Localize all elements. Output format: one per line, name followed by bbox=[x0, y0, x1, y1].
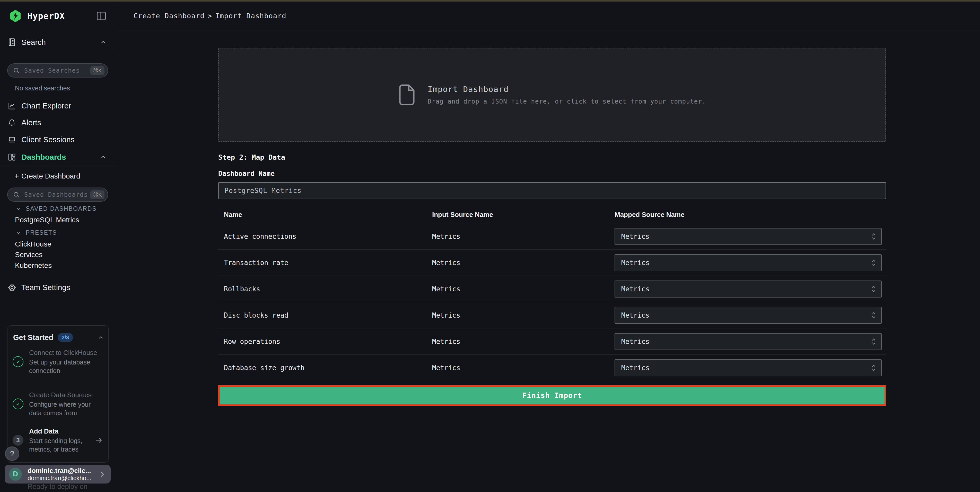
table-row: Disc blocks read Metrics Metrics bbox=[218, 302, 886, 328]
sidebar-item-label: Chart Explorer bbox=[21, 102, 71, 110]
task-title: Add Data bbox=[29, 427, 98, 436]
chevron-down-icon bbox=[16, 206, 22, 212]
get-started-title: Get Started bbox=[13, 333, 53, 342]
sidebar-item-services[interactable]: Services bbox=[15, 251, 43, 259]
table-row: Row operations Metrics Metrics bbox=[218, 328, 886, 355]
presets-section-header[interactable]: PRESETS bbox=[16, 229, 57, 236]
step-number-circle: 3 bbox=[13, 435, 24, 446]
app-root: HyperDX Search Saved Searches ⌘K No save… bbox=[0, 0, 980, 492]
sidebar-item-label: Alerts bbox=[21, 118, 41, 127]
preset-link-label: Kubernetes bbox=[15, 262, 52, 270]
avatar: D bbox=[9, 468, 22, 481]
plus-icon: + bbox=[14, 172, 19, 181]
select-value: Metrics bbox=[621, 285, 649, 293]
search-icon bbox=[13, 67, 20, 74]
chart-line-icon bbox=[7, 102, 16, 110]
row-input-source: Metrics bbox=[432, 364, 614, 372]
gear-icon bbox=[7, 283, 16, 292]
journal-icon bbox=[7, 38, 16, 46]
json-dropzone[interactable]: Import Dashboard Drag and drop a JSON fi… bbox=[218, 48, 886, 142]
row-input-source: Metrics bbox=[432, 233, 614, 240]
step-label: Step 2: Map Data bbox=[218, 153, 886, 162]
row-name: Row operations bbox=[218, 338, 432, 345]
mapped-source-select[interactable]: Metrics bbox=[614, 254, 882, 271]
shortcut-badge: ⌘K bbox=[90, 190, 105, 199]
sidebar-item-label: Team Settings bbox=[21, 283, 70, 292]
mapped-source-select[interactable]: Metrics bbox=[614, 281, 882, 297]
finish-import-button[interactable]: Finish Import bbox=[218, 385, 886, 406]
task-add-data[interactable]: 3 Add Data Start sending logs, metrics, … bbox=[13, 427, 105, 454]
select-chevrons-icon bbox=[871, 232, 877, 241]
row-name: Transaction rate bbox=[218, 259, 432, 267]
main-area: Create Dashboard>Import Dashboard Import… bbox=[118, 2, 980, 492]
dashboards-grid-icon bbox=[7, 153, 16, 161]
saved-searches-input[interactable]: Saved Searches ⌘K bbox=[7, 63, 108, 78]
breadcrumb-parent[interactable]: Create Dashboard bbox=[134, 12, 205, 20]
search-icon bbox=[13, 191, 20, 198]
select-chevrons-icon bbox=[871, 311, 877, 319]
row-name: Active connections bbox=[218, 233, 432, 240]
chevron-up-icon[interactable] bbox=[97, 334, 104, 341]
sidebar-item-search[interactable]: Search bbox=[0, 30, 118, 54]
sidebar-item-label: Client Sessions bbox=[21, 135, 75, 144]
saved-dashboards-placeholder: Saved Dashboards bbox=[24, 191, 88, 198]
task-title: Connect to ClickHouse bbox=[29, 348, 98, 357]
logo-row: HyperDX bbox=[0, 2, 118, 30]
get-started-header[interactable]: Get Started 2/3 bbox=[13, 332, 104, 343]
arrow-right-icon[interactable] bbox=[94, 436, 103, 445]
chevron-up-icon[interactable] bbox=[100, 153, 107, 161]
breadcrumb-separator: > bbox=[205, 12, 215, 20]
chevron-right-icon bbox=[98, 470, 106, 478]
check-circle-icon bbox=[13, 398, 24, 409]
preset-link-label: Services bbox=[15, 251, 43, 259]
saved-dashboards-section-header[interactable]: SAVED DASHBOARDS bbox=[16, 205, 97, 212]
saved-searches-placeholder: Saved Searches bbox=[24, 67, 80, 74]
mapped-source-select[interactable]: Metrics bbox=[614, 333, 882, 350]
import-dashboard-content: Import Dashboard Drag and drop a JSON fi… bbox=[218, 48, 886, 406]
select-chevrons-icon bbox=[871, 258, 877, 267]
sidebar-item-team-settings[interactable]: Team Settings bbox=[0, 279, 118, 296]
sidebar-item-client-sessions[interactable]: Client Sessions bbox=[0, 131, 118, 148]
user-menu[interactable]: D dominic.tran@clic... dominic.tran@clic… bbox=[5, 465, 111, 484]
top-accent-bar bbox=[0, 0, 980, 2]
mapped-source-select[interactable]: Metrics bbox=[614, 307, 882, 324]
task-connect-clickhouse[interactable]: Connect to ClickHouse Set up your databa… bbox=[13, 348, 105, 375]
shortcut-badge: ⌘K bbox=[90, 66, 105, 75]
row-input-source: Metrics bbox=[432, 338, 614, 345]
select-value: Metrics bbox=[621, 311, 649, 319]
sidebar-collapse-icon[interactable] bbox=[97, 11, 106, 20]
sidebar-item-chart-explorer[interactable]: Chart Explorer bbox=[0, 97, 118, 114]
column-header-name: Name bbox=[218, 211, 432, 219]
breadcrumb: Create Dashboard>Import Dashboard bbox=[134, 12, 286, 20]
dashboard-name-input[interactable] bbox=[218, 182, 886, 199]
select-chevrons-icon bbox=[871, 284, 877, 293]
row-name: Disc blocks read bbox=[218, 311, 432, 319]
create-dashboard-button[interactable]: + Create Dashboard bbox=[0, 168, 118, 184]
chevron-down-icon bbox=[16, 230, 22, 236]
user-name: dominic.tran@clic... bbox=[27, 467, 91, 474]
sidebar-item-dashboards[interactable]: Dashboards bbox=[0, 148, 118, 166]
sidebar-item-clickhouse[interactable]: ClickHouse bbox=[15, 240, 51, 248]
sidebar-item-alerts[interactable]: Alerts bbox=[0, 114, 118, 131]
dashboard-link-label: PostgreSQL Metrics bbox=[15, 216, 79, 224]
select-chevrons-icon bbox=[871, 337, 877, 346]
mapped-source-select[interactable]: Metrics bbox=[614, 359, 882, 376]
task-title: Create Data Sources bbox=[29, 390, 98, 399]
saved-dashboards-input[interactable]: Saved Dashboards ⌘K bbox=[7, 187, 108, 202]
sidebar-item-kubernetes[interactable]: Kubernetes bbox=[15, 262, 52, 270]
sidebar-item-label: Search bbox=[21, 38, 46, 46]
task-create-data-sources[interactable]: Create Data Sources Configure where your… bbox=[13, 390, 105, 417]
column-header-mapped-source: Mapped Source Name bbox=[614, 211, 886, 219]
hyperdx-logo-icon bbox=[9, 9, 22, 23]
app-title: HyperDX bbox=[27, 11, 65, 21]
sidebar: HyperDX Search Saved Searches ⌘K No save… bbox=[0, 2, 118, 492]
select-chevrons-icon bbox=[871, 363, 877, 372]
row-input-source: Metrics bbox=[432, 285, 614, 293]
chevron-up-icon[interactable] bbox=[100, 38, 107, 46]
preset-link-label: ClickHouse bbox=[15, 240, 51, 248]
help-button[interactable]: ? bbox=[5, 446, 19, 461]
sidebar-item-postgresql-metrics[interactable]: PostgreSQL Metrics bbox=[15, 216, 79, 224]
section-header-label: PRESETS bbox=[26, 229, 57, 236]
select-value: Metrics bbox=[621, 364, 649, 372]
mapped-source-select[interactable]: Metrics bbox=[614, 228, 882, 245]
